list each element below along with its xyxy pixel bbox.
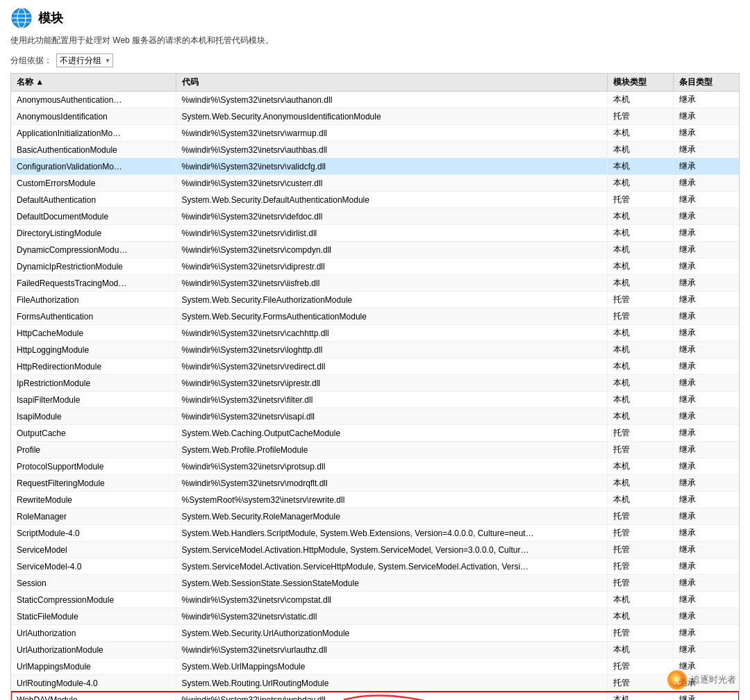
table-row[interactable]: CustomErrorsModule%windir%\System32\inet… <box>11 175 739 192</box>
table-row[interactable]: SessionSystem.Web.SessionState.SessionSt… <box>11 575 739 592</box>
cell-type: 本机 <box>607 592 673 608</box>
cell-code: %windir%\System32\inetsrv\modrqflt.dll <box>176 475 607 492</box>
cell-entry: 继承 <box>673 308 739 325</box>
cell-entry: 继承 <box>673 542 739 558</box>
cell-type: 本机 <box>607 125 673 142</box>
groupby-section: 分组依据： 不进行分组 按名称 按类型 <box>10 53 740 67</box>
cell-type: 本机 <box>607 408 673 425</box>
cell-entry: 继承 <box>673 392 739 408</box>
globe-icon <box>10 7 33 29</box>
table-row[interactable]: DefaultAuthenticationSystem.Web.Security… <box>11 192 739 208</box>
cell-name: AnonymousAuthentication… <box>11 92 176 108</box>
cell-entry: 继承 <box>673 408 739 425</box>
cell-name: DynamicCompressionModu… <box>11 242 176 258</box>
cell-name: UrlMappingsModule <box>11 658 176 675</box>
cell-code: %windir%\System32\inetsrv\custerr.dll <box>176 175 607 192</box>
cell-entry: 继承 <box>673 442 739 458</box>
table-row[interactable]: IpRestrictionModule%windir%\System32\ine… <box>11 375 739 392</box>
cell-code: %windir%\System32\inetsrv\isapi.dll <box>176 408 607 425</box>
cell-entry: 继承 <box>673 592 739 608</box>
cell-code: System.Web.Security.DefaultAuthenticatio… <box>176 192 607 208</box>
cell-name: Profile <box>11 442 176 458</box>
table-row[interactable]: ConfigurationValidationMo…%windir%\Syste… <box>11 158 739 175</box>
table-row[interactable]: FileAuthorizationSystem.Web.Security.Fil… <box>11 292 739 308</box>
table-row[interactable]: IsapiModule%windir%\System32\inetsrv\isa… <box>11 408 739 425</box>
groupby-label: 分组依据： <box>10 55 52 67</box>
table-row[interactable]: FailedRequestsTracingMod…%windir%\System… <box>11 275 739 292</box>
cell-name: FormsAuthentication <box>11 308 176 325</box>
cell-type: 托管 <box>607 108 673 125</box>
cell-type: 本机 <box>607 342 673 358</box>
cell-entry: 继承 <box>673 275 739 292</box>
cell-name: DefaultAuthentication <box>11 192 176 208</box>
table-row[interactable]: IsapiFilterModule%windir%\System32\inets… <box>11 392 739 408</box>
table-row[interactable]: ServiceModelSystem.ServiceModel.Activati… <box>11 542 739 558</box>
table-row[interactable]: DirectoryListingModule%windir%\System32\… <box>11 225 739 242</box>
table-row[interactable]: HttpLoggingModule%windir%\System32\inets… <box>11 342 739 358</box>
cell-name: ServiceModel <box>11 542 176 558</box>
cell-entry: 继承 <box>673 358 739 375</box>
col-header-entry[interactable]: 条目类型 <box>673 74 739 92</box>
modules-table: 名称 ▲ 代码 模块类型 条目类型 AnonymousAuthenticatio… <box>11 74 739 700</box>
cell-code: System.Web.Security.RoleManagerModule <box>176 508 607 525</box>
table-row[interactable]: UrlMappingsModuleSystem.Web.UrlMappingsM… <box>11 658 739 675</box>
table-row[interactable]: StaticCompressionModule%windir%\System32… <box>11 592 739 608</box>
col-header-type[interactable]: 模块类型 <box>607 74 673 92</box>
cell-entry: 继承 <box>673 492 739 508</box>
cell-type: 托管 <box>607 425 673 442</box>
col-header-code[interactable]: 代码 <box>176 74 607 92</box>
cell-code: %windir%\System32\inetsrv\validcfg.dll <box>176 158 607 175</box>
table-row[interactable]: AnonymousIdentificationSystem.Web.Securi… <box>11 108 739 125</box>
table-row[interactable]: RequestFilteringModule%windir%\System32\… <box>11 475 739 492</box>
table-body: AnonymousAuthentication…%windir%\System3… <box>11 92 739 701</box>
table-row[interactable]: RewriteModule%SystemRoot%\system32\inets… <box>11 492 739 508</box>
cell-entry: 继承 <box>673 558 739 575</box>
cell-code: %windir%\System32\inetsrv\protsup.dll <box>176 458 607 475</box>
cell-type: 本机 <box>607 458 673 475</box>
watermark-icon: 光 <box>667 670 687 690</box>
cell-code: System.Web.Routing.UrlRoutingModule <box>176 675 607 692</box>
groupby-select-wrapper[interactable]: 不进行分组 按名称 按类型 <box>56 53 113 67</box>
table-row[interactable]: ProtocolSupportModule%windir%\System32\i… <box>11 458 739 475</box>
watermark-text: 追逐时光者 <box>691 674 736 686</box>
cell-type: 托管 <box>607 625 673 642</box>
table-row[interactable]: WebDAVModule%windir%\System32\inetsrv\we… <box>11 692 739 701</box>
cell-type: 本机 <box>607 242 673 258</box>
table-row[interactable]: RoleManagerSystem.Web.Security.RoleManag… <box>11 508 739 525</box>
cell-type: 托管 <box>607 508 673 525</box>
cell-name: ProtocolSupportModule <box>11 458 176 475</box>
cell-entry: 继承 <box>673 142 739 158</box>
table-row[interactable]: HttpCacheModule%windir%\System32\inetsrv… <box>11 325 739 342</box>
table-row[interactable]: StaticFileModule%windir%\System32\inetsr… <box>11 608 739 625</box>
table-row[interactable]: HttpRedirectionModule%windir%\System32\i… <box>11 358 739 375</box>
cell-code: %windir%\System32\inetsrv\static.dll <box>176 608 607 625</box>
table-row[interactable]: DynamicIpRestrictionModule%windir%\Syste… <box>11 258 739 275</box>
cell-type: 本机 <box>607 325 673 342</box>
col-header-name[interactable]: 名称 ▲ <box>11 74 176 92</box>
cell-code: %windir%\System32\inetsrv\iprestr.dll <box>176 375 607 392</box>
table-row[interactable]: OutputCacheSystem.Web.Caching.OutputCach… <box>11 425 739 442</box>
table-row[interactable]: ServiceModel-4.0System.ServiceModel.Acti… <box>11 558 739 575</box>
cell-type: 本机 <box>607 492 673 508</box>
cell-code: %windir%\System32\inetsrv\cachhttp.dll <box>176 325 607 342</box>
table-row[interactable]: DefaultDocumentModule%windir%\System32\i… <box>11 208 739 225</box>
cell-type: 托管 <box>607 192 673 208</box>
table-row[interactable]: UrlAuthorizationModule%windir%\System32\… <box>11 642 739 658</box>
table-row[interactable]: ProfileSystem.Web.Profile.ProfileModule托… <box>11 442 739 458</box>
table-row[interactable]: UrlRoutingModule-4.0System.Web.Routing.U… <box>11 675 739 692</box>
table-row[interactable]: FormsAuthenticationSystem.Web.Security.F… <box>11 308 739 325</box>
table-row[interactable]: BasicAuthenticationModule%windir%\System… <box>11 142 739 158</box>
cell-name: HttpLoggingModule <box>11 342 176 358</box>
table-row[interactable]: UrlAuthorizationSystem.Web.Security.UrlA… <box>11 625 739 642</box>
groupby-select[interactable]: 不进行分组 按名称 按类型 <box>56 53 113 67</box>
table-row[interactable]: ApplicationInitializationMo…%windir%\Sys… <box>11 125 739 142</box>
cell-type: 本机 <box>607 92 673 108</box>
cell-code: %windir%\System32\inetsrv\urlauthz.dll <box>176 642 607 658</box>
table-row[interactable]: AnonymousAuthentication…%windir%\System3… <box>11 92 739 108</box>
cell-name: UrlAuthorization <box>11 625 176 642</box>
table-row[interactable]: ScriptModule-4.0System.Web.Handlers.Scri… <box>11 525 739 542</box>
main-container: 模块 使用此功能配置用于处理对 Web 服务器的请求的本机和托管代码模块。 分组… <box>0 0 750 700</box>
watermark: 光 追逐时光者 <box>667 670 736 690</box>
cell-code: System.Web.Profile.ProfileModule <box>176 442 607 458</box>
table-row[interactable]: DynamicCompressionModu…%windir%\System32… <box>11 242 739 258</box>
